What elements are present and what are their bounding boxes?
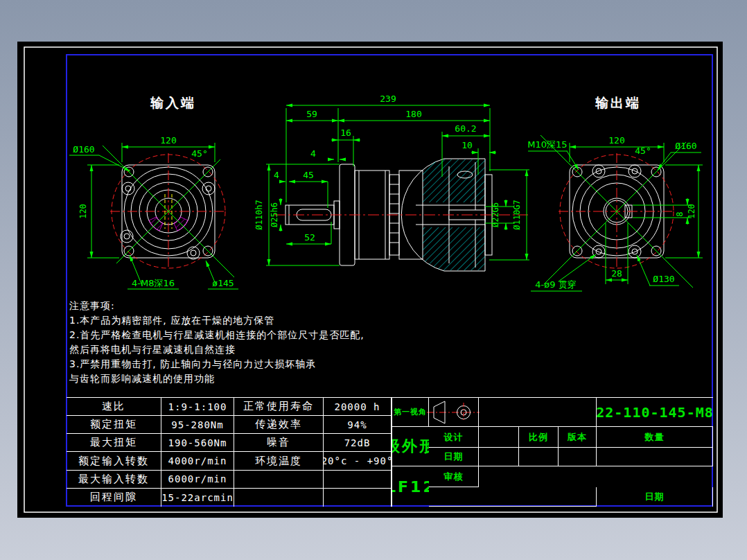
dim-10: 10 xyxy=(462,140,473,150)
spec-value: 95-280Nm xyxy=(161,416,234,434)
design-value xyxy=(479,427,519,448)
title-block: 第一视角 22-110-145-M8 设计 比例 版本 数量 二级外形图 日期 … xyxy=(392,397,713,507)
input-view: 120 120 Ø160 45° 4-M8深16 ø145 xyxy=(69,135,238,289)
note-line: 3.严禁用重物击打, 防止轴向力与径向力过大损坏轴承 xyxy=(69,357,388,371)
dim-4-shaft: 4 xyxy=(274,170,279,180)
dim-pilot-right: Ø110G7 xyxy=(512,200,522,229)
date-label: 日期 xyxy=(597,487,713,507)
spec-value: 20000 h xyxy=(324,398,392,416)
output-view: 120 120 45° Ø160 M10深15 4-ø9 贯穿 Ø130 28 … xyxy=(527,135,703,291)
note-line: 然后再将电机与行星减速机自然连接 xyxy=(69,342,388,357)
spec-table: 速比 1:9-1:100 正常使用寿命 20000 h 额定扭矩 95-280N… xyxy=(67,397,392,507)
spec-label: 额定扭矩 xyxy=(67,416,161,434)
dim-45: 45 xyxy=(303,170,314,180)
quantity-value xyxy=(597,448,713,466)
spec-label: 噪音 xyxy=(234,434,324,452)
scale-label: 比例 xyxy=(519,427,559,448)
version-label: 版本 xyxy=(559,427,597,448)
date-value xyxy=(479,448,519,466)
dim-52: 52 xyxy=(304,232,315,243)
dim-59: 59 xyxy=(306,109,317,119)
dim-input-outer: Ø160 xyxy=(73,144,94,155)
spec-value: -20°c - +90°c xyxy=(324,452,392,470)
cad-screenshot: 输入端 输出端 xyxy=(0,0,747,560)
dim-shaft-dia: Ø25h6 xyxy=(270,202,279,227)
output-view-title: 输出端 xyxy=(595,95,641,110)
dim-output-angle: 45° xyxy=(635,146,651,156)
spec-value: 94% xyxy=(324,416,392,434)
dim-overall: 239 xyxy=(380,94,396,104)
dim-bore: Ø22G6 xyxy=(491,202,500,227)
check-value xyxy=(429,487,597,507)
check-label: 审核 xyxy=(429,466,479,487)
spec-label: 最大输入转数 xyxy=(67,471,161,489)
dim-input-height: 120 xyxy=(78,204,88,219)
part-number: 22-110-145-M8 xyxy=(597,398,713,427)
dim-output-outer: Ø160 xyxy=(675,141,696,151)
spec-label xyxy=(234,471,324,489)
dim-output-through: 4-ø9 贯穿 xyxy=(535,279,576,290)
drawing-canvas[interactable]: 输入端 输出端 xyxy=(17,42,723,518)
spec-value xyxy=(324,489,392,507)
dim-input-angle: 45° xyxy=(191,148,207,159)
first-angle-label: 第一视角 xyxy=(392,398,429,427)
spec-label: 环境温度 xyxy=(234,452,324,470)
input-view-title: 输入端 xyxy=(150,95,196,110)
model-number: PLF120 xyxy=(392,466,429,507)
spec-value: 190-560Nm xyxy=(161,434,234,452)
note-line: 2.首先严格检查电机与行星减速机相连接的个部位尺寸是否匹配, xyxy=(69,328,388,342)
side-view: 239 59 180 16 60.2 10 4 4 45 52 Ø25h6 Ø1… xyxy=(254,94,529,271)
dim-4-top: 4 xyxy=(310,148,316,159)
spec-label: 回程间隙 xyxy=(67,489,161,507)
note-line: 与齿轮而影响减速机的使用功能 xyxy=(69,371,388,386)
dim-8: 8 xyxy=(675,211,685,216)
version-value xyxy=(559,448,597,466)
spec-label xyxy=(234,489,324,507)
spec-label: 最大扭矩 xyxy=(67,434,161,452)
dim-16: 16 xyxy=(340,128,351,138)
spec-value: 15-22arcmin xyxy=(161,489,234,507)
dim-180: 180 xyxy=(405,109,421,119)
empty-cell xyxy=(479,398,597,427)
dim-28: 28 xyxy=(611,268,622,279)
dim-input-bolt: 4-M8深16 xyxy=(132,278,175,288)
quantity-label: 数量 xyxy=(597,427,713,448)
spec-label: 额定输入转数 xyxy=(67,452,161,470)
spec-value: 6000r/min xyxy=(161,471,234,489)
dim-output-bc: Ø130 xyxy=(653,274,674,284)
dim-input-width: 120 xyxy=(160,135,176,146)
notes-heading: 注意事项: xyxy=(69,299,388,313)
spec-value: 72dB xyxy=(324,434,392,452)
spec-label: 正常使用寿命 xyxy=(234,398,324,416)
spec-value: 1:9-1:100 xyxy=(161,398,234,416)
drawing-name: 二级外形图 xyxy=(392,427,429,466)
spec-value xyxy=(324,471,392,489)
spec-label: 传递效率 xyxy=(234,416,324,434)
projection-symbol-cell xyxy=(429,398,479,427)
note-line: 1.本产品为精密部件, 应放在干燥的地方保管 xyxy=(69,313,388,328)
dim-output-height: 120 xyxy=(687,204,696,219)
spec-label: 速比 xyxy=(67,398,161,416)
dim-input-bc: ø145 xyxy=(212,278,234,288)
scale-value xyxy=(519,448,559,466)
notes-block: 注意事项: 1.本产品为精密部件, 应放在干燥的地方保管 2.首先严格检查电机与… xyxy=(69,299,388,386)
dim-pilot-left: Ø110h7 xyxy=(254,200,264,229)
date-label: 日期 xyxy=(429,448,479,466)
dim-60-2: 60.2 xyxy=(455,123,476,134)
spec-value: 4000r/min xyxy=(161,452,234,470)
design-label: 设计 xyxy=(429,427,479,448)
dim-output-tap: M10深15 xyxy=(527,139,567,150)
dim-output-width: 120 xyxy=(608,135,624,146)
